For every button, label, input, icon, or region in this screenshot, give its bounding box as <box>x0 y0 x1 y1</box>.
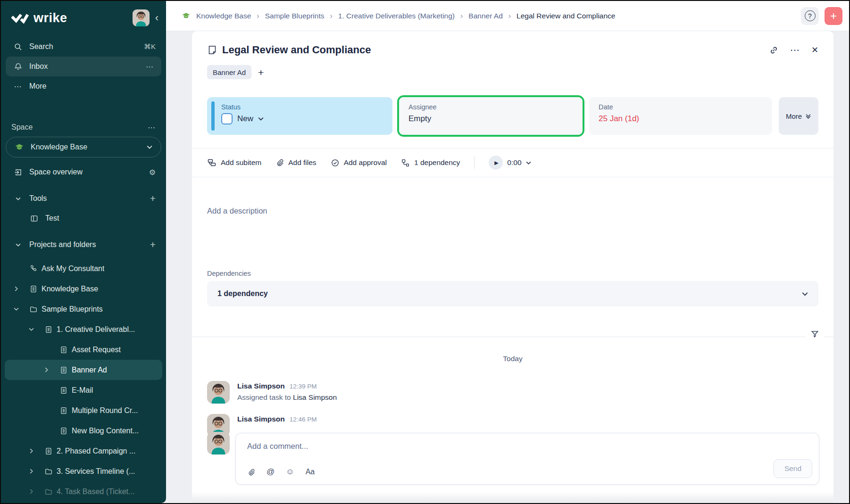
filter-icon[interactable] <box>806 330 824 339</box>
test-label: Test <box>45 214 59 223</box>
collapse-sidebar-icon[interactable]: ‹ <box>155 13 158 23</box>
chevron-right-icon[interactable] <box>41 367 52 372</box>
sidebar-item-more[interactable]: ⋯ More <box>1 76 166 96</box>
comment-toolbar: @ ☺ Aa <box>247 467 315 477</box>
space-name: Knowledge Base <box>31 143 87 151</box>
assignee-field[interactable]: Assignee Empty <box>399 97 583 135</box>
comment-body-muted: Assigned task to <box>237 393 293 401</box>
sidebar-item-knowledge-base[interactable]: Knowledge Base <box>1 279 166 299</box>
more-options-icon[interactable]: ⋯ <box>790 44 800 56</box>
space-selector[interactable]: Knowledge Base <box>6 137 161 157</box>
time-tracker[interactable]: ▶ 0:00 <box>489 156 531 170</box>
chevron-down-icon[interactable] <box>258 117 264 121</box>
dependencies-dropdown[interactable]: 1 dependency <box>207 281 818 306</box>
avatar-image <box>207 432 230 454</box>
add-subitem-button[interactable]: Add subitem <box>207 158 261 167</box>
breadcrumb-item[interactable]: 1. Creative Deliverables (Marketing) <box>338 12 455 20</box>
sidebar-item-new-blog-content[interactable]: New Blog Content... <box>1 421 166 441</box>
play-icon[interactable]: ▶ <box>489 156 503 170</box>
topbar: Knowledge Base › Sample Blueprints › 1. … <box>166 1 849 31</box>
wrike-logo[interactable]: wrike <box>10 11 67 25</box>
sidebar-item-banner-ad[interactable]: Banner Ad <box>5 360 162 380</box>
clipboard-icon <box>28 285 39 293</box>
breadcrumb-item[interactable]: Banner Ad <box>468 12 502 20</box>
chevron-right-icon: › <box>257 12 259 20</box>
divider <box>192 177 833 177</box>
user-avatar[interactable] <box>133 9 150 26</box>
sidebar-item-sample-blueprints[interactable]: Sample Blueprints <box>1 299 166 319</box>
sidebar-item-asset-request[interactable]: Asset Request <box>1 339 166 360</box>
chevron-right-icon[interactable] <box>25 469 37 474</box>
inbox-more-icon[interactable]: ⋯ <box>146 62 154 71</box>
send-button[interactable]: Send <box>774 459 812 478</box>
date-field[interactable]: Date 25 Jan (1d) <box>589 97 772 135</box>
more-label: More <box>29 82 46 91</box>
comment-author[interactable]: Lisa Simpson <box>237 382 285 390</box>
assignee-field-highlight: Assignee Empty <box>397 95 584 137</box>
chevron-down-icon[interactable] <box>13 197 23 200</box>
chevron-down-icon[interactable] <box>13 243 23 247</box>
close-icon[interactable]: ✕ <box>811 45 818 55</box>
sidebar-item-email[interactable]: E-Mail <box>1 380 166 400</box>
space-label: Space <box>11 123 33 132</box>
comment-avatar[interactable] <box>207 381 230 404</box>
space-options-icon[interactable]: ⋯ <box>148 123 156 132</box>
sidebar-item-inbox[interactable]: Inbox ⋯ <box>6 57 161 76</box>
gear-icon[interactable]: ⚙ <box>149 168 156 177</box>
description-placeholder[interactable]: Add a description <box>207 207 818 215</box>
sidebar-item-test[interactable]: Test <box>1 208 166 228</box>
breadcrumb-item[interactable]: Knowledge Base <box>196 12 251 20</box>
sidebar-item-multiple-round[interactable]: Multiple Round Cr... <box>1 400 166 421</box>
breadcrumb-item[interactable]: Sample Blueprints <box>265 12 325 20</box>
status-field[interactable]: Status New <box>207 97 392 135</box>
status-label: Status <box>221 103 384 111</box>
status-checkbox[interactable] <box>221 113 233 124</box>
folder-icon <box>43 467 54 476</box>
sidebar-item-services-timeline[interactable]: 3. Services Timeline (... <box>1 461 166 481</box>
sidebar-item-space-overview[interactable]: Space overview ⚙ <box>1 162 166 182</box>
tree-item-label: 4. Task Based (Ticket... <box>57 487 134 496</box>
add-tag-icon[interactable]: + <box>258 67 264 77</box>
more-dots-icon: ⋯ <box>13 82 23 91</box>
graduation-cap-icon <box>15 142 24 152</box>
add-tool-icon[interactable]: + <box>150 193 156 204</box>
day-divider: Today <box>207 355 818 363</box>
help-icon: ? <box>805 10 816 21</box>
comment-input-box[interactable]: Add a comment... @ ☺ Aa Send <box>235 433 819 485</box>
paperclip-icon[interactable] <box>247 468 255 476</box>
tag-banner-ad[interactable]: Banner Ad <box>207 65 251 79</box>
dependency-icon <box>401 158 410 167</box>
emoji-icon[interactable]: ☺ <box>286 467 294 477</box>
chevron-right-icon[interactable] <box>10 286 22 291</box>
sidebar-item-creative-deliverables[interactable]: 1. Creative Deliverabl... <box>1 319 166 339</box>
chevron-down-icon[interactable] <box>10 307 22 311</box>
text-format-icon[interactable]: Aa <box>306 468 315 476</box>
add-project-icon[interactable]: + <box>150 239 156 250</box>
add-approval-button[interactable]: Add approval <box>331 158 387 167</box>
help-button[interactable]: ? <box>801 7 819 25</box>
chevron-right-icon: › <box>460 12 463 20</box>
sidebar-section-tools[interactable]: Tools + <box>1 189 166 208</box>
chevron-down-icon <box>802 292 808 296</box>
comment-author[interactable]: Lisa Simpson <box>237 415 285 423</box>
sidebar-item-task-based[interactable]: 4. Task Based (Ticket... <box>1 481 166 502</box>
board-icon <box>29 214 39 223</box>
check-circle-icon <box>331 158 340 167</box>
sidebar-item-phased-campaign[interactable]: 2. Phased Campaign ... <box>1 441 166 461</box>
chevron-right-icon[interactable] <box>25 489 37 494</box>
wrike-app-window: wrike ‹ Search ⌘K Inbox ⋯ ⋯ More Space ⋯ <box>0 0 850 504</box>
chevron-down-icon[interactable] <box>25 328 37 331</box>
chevron-down-icon[interactable] <box>526 161 531 165</box>
sidebar-section-projects[interactable]: Projects and folders + <box>1 235 166 255</box>
dependency-button[interactable]: 1 dependency <box>401 158 460 167</box>
sidebar-item-search[interactable]: Search ⌘K <box>1 37 166 57</box>
link-icon[interactable] <box>769 45 779 55</box>
clipboard-icon <box>58 366 69 374</box>
comment-input-placeholder[interactable]: Add a comment... <box>247 442 809 451</box>
mention-icon[interactable]: @ <box>267 467 275 477</box>
add-files-button[interactable]: Add files <box>275 158 316 167</box>
create-new-button[interactable]: + <box>825 7 842 25</box>
sidebar-item-ask-my-consultant[interactable]: Ask My Consultant <box>1 258 166 279</box>
chevron-right-icon[interactable] <box>25 448 37 454</box>
more-fields-button[interactable]: More <box>779 97 818 135</box>
